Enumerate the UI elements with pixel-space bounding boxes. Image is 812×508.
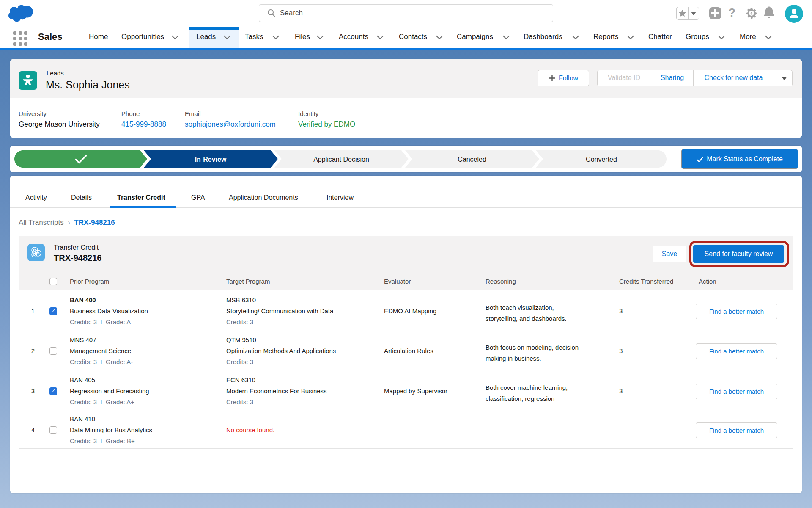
svg-text:Canceled: Canceled: [458, 156, 486, 163]
svg-text:Applicant Decision: Applicant Decision: [313, 156, 369, 163]
svg-text:Converted: Converted: [586, 156, 617, 163]
svg-text:In-Review: In-Review: [195, 156, 227, 163]
